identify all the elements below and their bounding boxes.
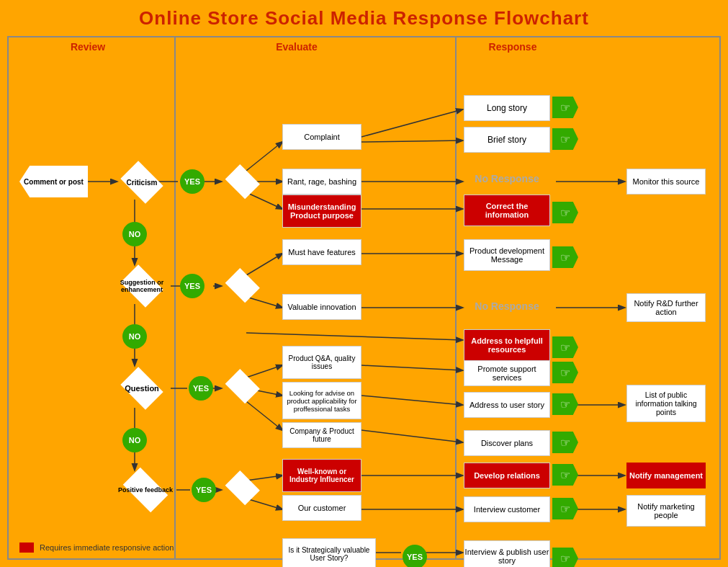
long-story-hand[interactable]: ☞: [552, 97, 578, 118]
svg-line-15: [361, 110, 462, 137]
promote-support-hand[interactable]: ☞: [552, 362, 578, 383]
promote-support-box: Promote support services: [464, 360, 550, 386]
product-dev-box: Product development Message: [464, 239, 550, 271]
strategically-box: Is it Strategically valuable User Story?: [282, 538, 376, 567]
question-label: Question: [117, 370, 167, 406]
yes-criticism: YES: [180, 169, 205, 194]
eval-criticism-diamond-wrapper: [221, 166, 264, 198]
col-header-response: Response: [455, 41, 570, 53]
page-title: Online Store Social Media Response Flowc…: [0, 0, 728, 33]
suggestion-diamond-wrapper: Suggestion or enhancement: [117, 268, 167, 304]
product-dev-hand[interactable]: ☞: [552, 246, 578, 268]
discover-plans-hand[interactable]: ☞: [552, 432, 578, 453]
comment-post-label: Comment or post: [24, 178, 84, 186]
interview-publish-box: Interview & publish user story: [464, 540, 550, 567]
divider-evaluate-response: [455, 37, 457, 558]
well-known-box: Well-known or Industry Influencer: [282, 459, 361, 492]
public-info-box: List of public information talking point…: [626, 385, 706, 422]
eval-positive-diamond-wrapper: [221, 472, 264, 504]
address-helpful-hand[interactable]: ☞: [552, 336, 578, 358]
address-user-hand[interactable]: ☞: [552, 393, 578, 415]
eval-positive-diamond: [225, 470, 260, 505]
long-story-box: Long story: [464, 95, 550, 121]
address-user-box: Address to user story: [464, 392, 550, 418]
no-suggestion: NO: [122, 324, 147, 349]
correct-info-box: Correct the information: [464, 195, 550, 226]
rant-box: Rant, rage, bashing: [282, 169, 361, 195]
monitor-source-box: Monitor this source: [626, 169, 706, 195]
develop-relations-hand[interactable]: ☞: [552, 464, 578, 486]
svg-line-16: [361, 140, 462, 142]
legend-text: Requires immediate responsive action: [40, 543, 174, 552]
complaint-box: Complaint: [282, 124, 361, 150]
brief-story-hand[interactable]: ☞: [552, 128, 578, 150]
yes-positive: YES: [192, 478, 216, 502]
legend: Requires immediate responsive action: [19, 543, 174, 553]
legend-red-box: [19, 543, 34, 553]
looking-for-box: Looking for advise on product applicabil…: [282, 382, 361, 419]
connector-lines: [9, 37, 719, 558]
yes-suggestion: YES: [180, 274, 205, 298]
suggestion-label: Suggestion or enhancement: [117, 268, 167, 304]
no-question: NO: [122, 428, 147, 452]
yes-question: YES: [189, 376, 213, 401]
svg-line-28: [246, 401, 282, 430]
no-response-1: No Response: [464, 173, 550, 184]
develop-relations-box: Develop relations: [464, 463, 550, 488]
eval-question-diamond-wrapper: [221, 370, 264, 403]
company-future-box: Company & Product future: [282, 422, 361, 448]
svg-line-29: [361, 365, 462, 370]
no-response-2: No Response: [464, 300, 550, 312]
criticism-label: Criticism: [117, 164, 167, 200]
discover-plans-box: Discover plans: [464, 430, 550, 456]
product-qa-box: Product Q&A, quality issues: [282, 346, 361, 379]
eval-suggestion-diamond-wrapper: [221, 269, 264, 302]
no-criticism: NO: [122, 222, 147, 246]
brief-story-box: Brief story: [464, 127, 550, 153]
positive-label: Positive feedback: [117, 472, 174, 508]
must-have-box: Must have features: [282, 239, 361, 265]
divider-review-evaluate: [174, 37, 176, 558]
question-diamond-wrapper: Question: [117, 370, 167, 406]
notify-marketing-box: Notify marketing people: [626, 495, 706, 527]
notify-management-box: Notify management: [626, 463, 706, 488]
col-header-review: Review: [30, 41, 145, 53]
yes-strategically: YES: [403, 545, 427, 567]
correct-info-hand[interactable]: ☞: [552, 202, 578, 223]
flowchart-area: Review Evaluate Response: [7, 36, 721, 560]
our-customer-box: Our customer: [282, 495, 361, 521]
svg-line-30: [361, 396, 462, 405]
misunderstanding-box: Misunderstanding Product purpose: [282, 195, 361, 228]
interview-customer-hand[interactable]: ☞: [552, 498, 578, 519]
criticism-diamond-wrapper: Criticism: [117, 164, 167, 200]
svg-line-32: [361, 430, 462, 442]
eval-question-diamond: [225, 369, 260, 403]
valuable-box: Valuable innovation: [282, 294, 361, 320]
main-container: Online Store Social Media Response Flowc…: [0, 0, 728, 567]
positive-diamond-wrapper: Positive feedback: [117, 472, 174, 508]
comment-post-shape: Comment or post: [19, 166, 88, 197]
interview-publish-hand[interactable]: ☞: [552, 548, 578, 567]
eval-suggestion-diamond: [225, 268, 260, 303]
eval-criticism-diamond: [225, 164, 260, 199]
svg-line-25: [246, 333, 462, 340]
notify-rd-box: Notify R&D further action: [626, 293, 706, 322]
interview-customer-box: Interview customer: [464, 496, 550, 522]
col-header-evaluate: Evaluate: [225, 41, 369, 53]
address-helpful-box: Address to helpfull resources: [464, 329, 550, 361]
